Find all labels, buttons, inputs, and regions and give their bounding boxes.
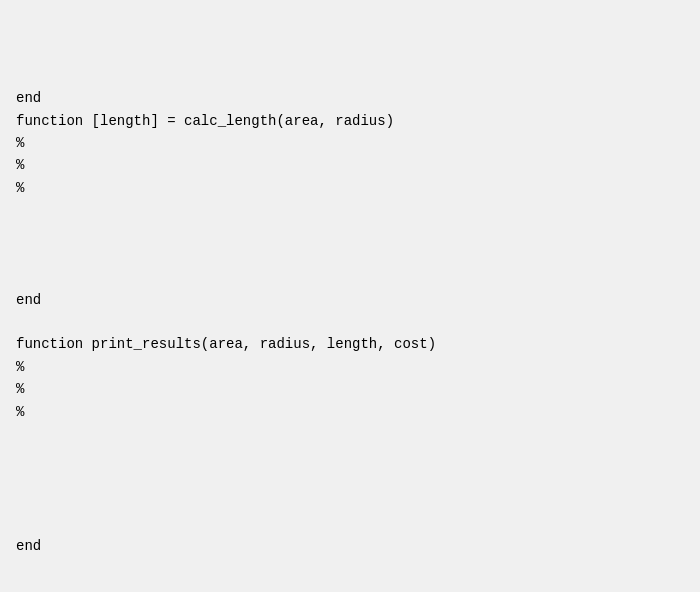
code-line-blank10	[16, 468, 684, 490]
code-line-comment2a: %	[16, 356, 684, 378]
code-line-comment2c: %	[16, 401, 684, 423]
code-line-comment1c: %	[16, 177, 684, 199]
code-line-end1: end	[16, 87, 684, 109]
code-line-end3: end	[16, 535, 684, 557]
code-line-function2: function print_results(area, radius, len…	[16, 333, 684, 355]
code-line-comment1b: %	[16, 154, 684, 176]
code-line-blank8	[16, 423, 684, 445]
code-line-blank1	[16, 42, 684, 64]
code-line-blank4	[16, 222, 684, 244]
code-line-blank11	[16, 490, 684, 512]
code-line-end2: end	[16, 289, 684, 311]
code-line-blank9	[16, 445, 684, 467]
code-editor: endfunction [length] = calc_length(area,…	[0, 0, 700, 592]
code-line-blank5	[16, 244, 684, 266]
code-line-blank3	[16, 199, 684, 221]
code-line-comment2b: %	[16, 378, 684, 400]
code-line-blank2	[16, 65, 684, 87]
code-line-function1: function [length] = calc_length(area, ra…	[16, 110, 684, 132]
code-line-blank12	[16, 513, 684, 535]
code-line-blank7	[16, 311, 684, 333]
code-line-blank6	[16, 266, 684, 288]
code-line-comment1a: %	[16, 132, 684, 154]
